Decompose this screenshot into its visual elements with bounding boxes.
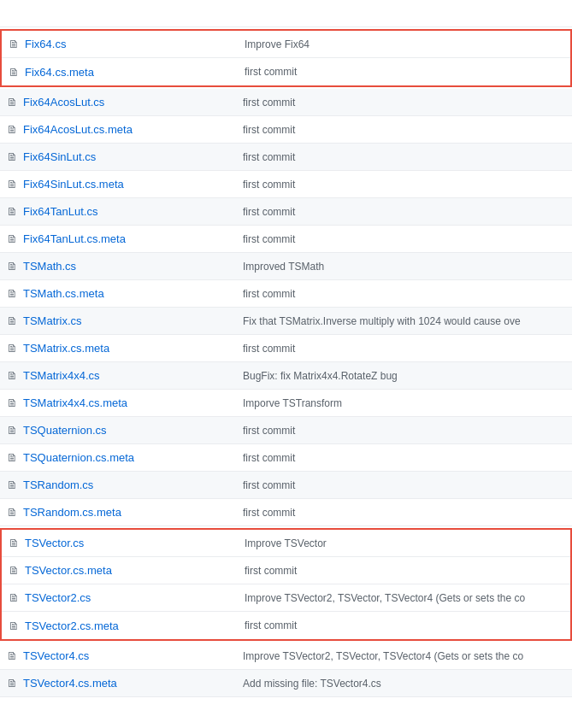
- file-link[interactable]: TSQuaternion.cs: [23, 424, 107, 437]
- table-row: 🗎 Fix64SinLut.cs.meta first commit: [0, 171, 572, 198]
- table-row: 🗎 Fix64.cs.meta first commit: [2, 58, 570, 85]
- file-icon: 🗎: [9, 66, 20, 79]
- commit-message: Improved TSMath: [229, 261, 565, 273]
- commit-message: Add missing file: TSVector4.cs: [229, 678, 565, 690]
- table-row: 🗎 Fix64TanLut.cs first commit: [0, 198, 572, 226]
- parent-dir-row: [0, 0, 572, 27]
- table-row: 🗎 TSMatrix.cs Fix that TSMatrix.Inverse …: [0, 308, 572, 335]
- file-link[interactable]: TSVector.cs.meta: [25, 564, 112, 577]
- table-row: 🗎 TSMath.cs.meta first commit: [0, 280, 572, 308]
- table-row: 🗎 TSMatrix4x4.cs.meta Imporve TSTransfor…: [0, 390, 572, 417]
- file-icon: 🗎: [7, 506, 18, 519]
- file-icon: 🗎: [7, 396, 18, 409]
- file-link[interactable]: TSQuaternion.cs.meta: [23, 451, 134, 464]
- file-link[interactable]: Fix64AcosLut.cs: [23, 96, 104, 109]
- file-link[interactable]: Fix64TanLut.cs: [23, 205, 97, 218]
- file-link[interactable]: TSMatrix4x4.cs: [23, 369, 100, 382]
- table-row: 🗎 TSQuaternion.cs.meta first commit: [0, 444, 572, 472]
- file-browser: 🗎 Fix64.cs Improve Fix64 🗎 Fix64.cs.meta…: [0, 0, 572, 697]
- file-icon: 🗎: [7, 478, 18, 491]
- commit-message: first commit: [229, 179, 565, 191]
- file-icon: 🗎: [7, 232, 18, 245]
- commit-message: Improve TSVector2, TSVector, TSVector4 (…: [231, 592, 563, 604]
- commit-message: first commit: [229, 151, 565, 163]
- file-icon: 🗎: [7, 649, 18, 662]
- file-icon: 🗎: [7, 205, 18, 218]
- commit-message: Improve TSVector2, TSVector, TSVector4 (…: [229, 650, 565, 662]
- commit-message: first commit: [229, 425, 565, 437]
- table-row: 🗎 TSRandom.cs first commit: [0, 472, 572, 499]
- commit-message: first commit: [229, 233, 565, 245]
- commit-message: first commit: [229, 452, 565, 464]
- table-row: 🗎 Fix64.cs Improve Fix64: [2, 31, 570, 58]
- file-link[interactable]: TSVector2.cs: [25, 591, 91, 604]
- file-link[interactable]: TSVector4.cs.meta: [23, 677, 117, 690]
- table-row: 🗎 TSVector4.cs Improve TSVector2, TSVect…: [0, 643, 572, 670]
- file-icon: 🗎: [9, 537, 20, 549]
- commit-message: first commit: [229, 343, 565, 355]
- table-row: 🗎 TSMatrix.cs.meta first commit: [0, 335, 572, 362]
- commit-message: first commit: [231, 619, 563, 631]
- file-icon: 🗎: [7, 96, 18, 109]
- table-row: 🗎 TSVector.cs.meta first commit: [2, 557, 570, 584]
- table-row: 🗎 TSVector4.cs.meta Add missing file: TS…: [0, 670, 572, 697]
- file-icon: 🗎: [7, 150, 18, 163]
- commit-message: first commit: [231, 565, 563, 577]
- table-row: 🗎 Fix64TanLut.cs.meta first commit: [0, 226, 572, 253]
- file-link[interactable]: TSVector.cs: [25, 537, 84, 549]
- file-link[interactable]: Fix64.cs: [25, 38, 66, 50]
- commit-message: first commit: [231, 66, 563, 78]
- commit-message: BugFix: fix Matrix4x4.RotateZ bug: [229, 370, 565, 382]
- commit-message: first commit: [229, 97, 565, 109]
- highlight-group-top: 🗎 Fix64.cs Improve Fix64 🗎 Fix64.cs.meta…: [0, 29, 572, 87]
- commit-message: first commit: [229, 507, 565, 519]
- table-row: 🗎 Fix64AcosLut.cs first commit: [0, 89, 572, 116]
- file-link[interactable]: Fix64SinLut.cs: [23, 150, 96, 163]
- commit-message: Improve TSVector: [231, 537, 563, 549]
- file-icon: 🗎: [7, 260, 18, 273]
- table-row: 🗎 TSQuaternion.cs first commit: [0, 417, 572, 444]
- file-icon: 🗎: [7, 677, 18, 690]
- file-link[interactable]: TSVector4.cs: [23, 649, 89, 662]
- file-link[interactable]: Fix64.cs.meta: [25, 66, 94, 79]
- file-icon: 🗎: [7, 451, 18, 464]
- table-row: 🗎 Fix64SinLut.cs first commit: [0, 144, 572, 171]
- table-row: 🗎 TSMatrix4x4.cs BugFix: fix Matrix4x4.R…: [0, 362, 572, 390]
- commit-message: Fix that TSMatrix.Inverse multiply with …: [229, 315, 565, 327]
- file-icon: 🗎: [7, 369, 18, 382]
- table-row: 🗎 TSVector2.cs.meta first commit: [2, 612, 570, 639]
- file-link[interactable]: TSMatrix.cs.meta: [23, 342, 109, 355]
- commit-message: Imporve TSTransform: [229, 397, 565, 409]
- file-link[interactable]: Fix64SinLut.cs.meta: [23, 178, 124, 191]
- file-icon: 🗎: [7, 424, 18, 437]
- table-row: 🗎 Fix64AcosLut.cs.meta first commit: [0, 116, 572, 144]
- commit-message: first commit: [229, 288, 565, 300]
- file-link[interactable]: TSMatrix.cs: [23, 314, 82, 327]
- file-link[interactable]: TSMatrix4x4.cs.meta: [23, 396, 127, 409]
- file-icon: 🗎: [9, 38, 20, 50]
- file-icon: 🗎: [7, 287, 18, 300]
- table-row: 🗎 TSMath.cs Improved TSMath: [0, 253, 572, 280]
- file-link[interactable]: TSRandom.cs.meta: [23, 506, 121, 519]
- file-link[interactable]: TSMath.cs: [23, 260, 76, 273]
- file-icon: 🗎: [7, 314, 18, 327]
- highlight-group-bottom: 🗎 TSVector.cs Improve TSVector 🗎 TSVecto…: [0, 528, 572, 641]
- file-link[interactable]: TSVector2.cs.meta: [25, 619, 119, 632]
- file-list-bottom: 🗎 TSVector4.cs Improve TSVector2, TSVect…: [0, 643, 572, 697]
- file-link[interactable]: Fix64TanLut.cs.meta: [23, 232, 126, 245]
- table-row: 🗎 TSRandom.cs.meta first commit: [0, 499, 572, 526]
- file-icon: 🗎: [9, 619, 20, 632]
- file-icon: 🗎: [9, 564, 20, 577]
- file-icon: 🗎: [7, 178, 18, 191]
- file-link[interactable]: Fix64AcosLut.cs.meta: [23, 123, 133, 136]
- commit-message: first commit: [229, 206, 565, 218]
- file-list: 🗎 Fix64AcosLut.cs first commit 🗎 Fix64Ac…: [0, 89, 572, 526]
- commit-message: first commit: [229, 124, 565, 136]
- commit-message: Improve Fix64: [231, 38, 563, 50]
- commit-message: first commit: [229, 479, 565, 491]
- file-icon: 🗎: [7, 342, 18, 355]
- file-icon: 🗎: [7, 123, 18, 136]
- file-link[interactable]: TSMath.cs.meta: [23, 287, 104, 300]
- file-link[interactable]: TSRandom.cs: [23, 478, 93, 491]
- table-row: 🗎 TSVector2.cs Improve TSVector2, TSVect…: [2, 584, 570, 612]
